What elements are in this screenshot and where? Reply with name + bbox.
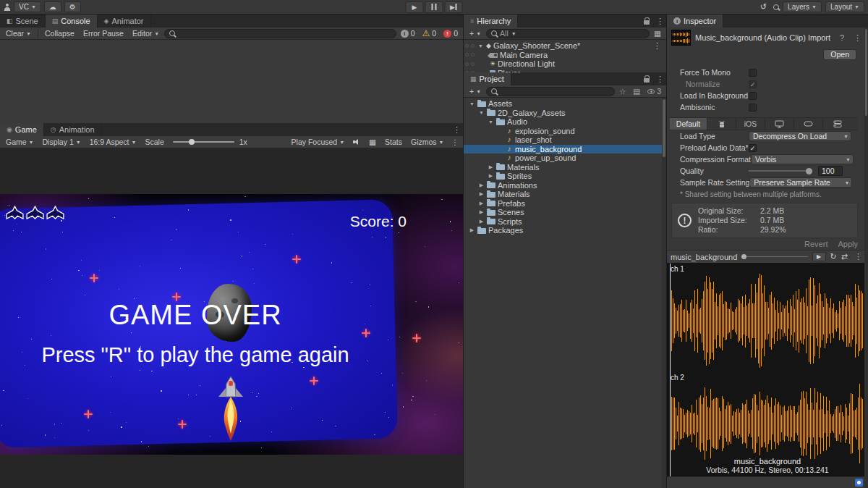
hidden-count-toggle[interactable]: 3 (644, 87, 664, 96)
tab-project[interactable]: ▦Project (464, 72, 511, 85)
favorites-icon[interactable]: ☆ (616, 87, 629, 96)
error-count-toggle[interactable]: !0 (441, 29, 461, 38)
project-item-sprites[interactable]: ▶Sprites (464, 172, 666, 181)
lock-icon[interactable] (639, 72, 654, 85)
project-item-scenes[interactable]: ▶Scenes (464, 208, 666, 217)
add-object-button[interactable]: +▼ (466, 28, 485, 39)
kebab-menu-icon[interactable]: ⋮ (852, 252, 864, 261)
tab-game[interactable]: ◉Game (0, 123, 44, 136)
display-dropdown[interactable]: Display 1▼ (39, 137, 85, 148)
project-search-input[interactable] (486, 87, 615, 96)
revert-button[interactable]: Revert (804, 240, 827, 248)
platform-tab-android[interactable] (707, 118, 736, 130)
project-item-power-up-sound[interactable]: ♪power_up_sound (464, 153, 666, 163)
aspect-dropdown[interactable]: 16:9 Aspect▼ (86, 137, 140, 148)
info-count-toggle[interactable]: i0 (398, 29, 418, 38)
clear-button[interactable]: Clear▼ (2, 28, 35, 39)
load-type-dropdown[interactable]: Decompress On Load▼ (749, 131, 851, 141)
project-item-audio[interactable]: ▼Audio (464, 117, 666, 127)
expand-arrow[interactable]: ▶ (478, 219, 485, 224)
project-item-materials[interactable]: ▶Materials (464, 163, 666, 172)
platform-tab-server[interactable] (823, 118, 852, 130)
scale-slider-handle[interactable] (189, 139, 195, 145)
gizmos-dropdown[interactable]: Gizmos▼ (407, 137, 448, 148)
compression-format-dropdown[interactable]: Vorbis▼ (751, 154, 854, 164)
auto-play-icon[interactable]: ⇄ (841, 253, 848, 261)
kebab-menu-icon[interactable]: ⋮ (651, 41, 663, 51)
project-item-assets[interactable]: ▼Assets (464, 99, 666, 109)
account-icon[interactable] (4, 4, 11, 11)
warning-count-toggle[interactable]: ⚠0 (420, 29, 440, 38)
project-item-2d-galaxy-assets[interactable]: ▼2D_Galaxy_Assets (464, 109, 666, 118)
add-asset-button[interactable]: +▼ (466, 86, 485, 97)
inspector-scrollbar[interactable] (864, 28, 868, 488)
expand-arrow[interactable]: ▼ (469, 101, 475, 106)
quality-slider-handle[interactable] (806, 168, 812, 174)
visibility-toggles[interactable] (464, 44, 475, 48)
undo-history-button[interactable]: ↺ (757, 1, 770, 12)
stats-button[interactable]: Stats (381, 137, 406, 148)
platform-tab-ios[interactable]: iOS (736, 118, 765, 130)
expand-arrow[interactable]: ▶ (488, 164, 494, 170)
lock-icon[interactable] (639, 14, 654, 28)
project-item-laser-shot[interactable]: ♪laser_shot (464, 135, 666, 145)
expand-arrow[interactable]: ▶ (478, 182, 485, 188)
project-item-explosion-sound[interactable]: ♪explosion_sound (464, 127, 666, 136)
expand-arrow[interactable]: ▼ (488, 119, 494, 125)
apply-button[interactable]: Apply (838, 240, 858, 248)
expand-arrow[interactable]: ▼ (478, 110, 485, 115)
hierarchy-item-galaxy-shooter-scene[interactable]: ▼◆Galaxy_Shooter_Scene*⋮ (464, 41, 666, 51)
project-item-prefabs[interactable]: ▶Prefabs (464, 199, 666, 209)
project-item-materials[interactable]: ▶Materials (464, 190, 666, 199)
game-viewport[interactable]: Score: 0 GAME OVER Press "R" to play the… (0, 194, 463, 455)
hierarchy-item-directional-light[interactable]: ☀Directional Light (464, 59, 666, 69)
platform-tab-desktop[interactable] (765, 118, 794, 130)
project-item-scripts[interactable]: ▶Scripts (464, 217, 666, 227)
vsync-grid-button[interactable]: ▦ (365, 137, 380, 148)
project-item-packages[interactable]: ▶Packages (464, 226, 666, 235)
layout-dropdown[interactable]: Layout▼ (825, 1, 864, 12)
expand-arrow[interactable]: ▶ (478, 209, 485, 215)
expand-arrow[interactable]: ▶ (478, 191, 485, 197)
open-button[interactable]: Open (823, 49, 856, 60)
pause-button[interactable] (425, 1, 443, 13)
visibility-toggles[interactable] (464, 53, 475, 56)
kebab-menu-icon[interactable]: ⋮ (654, 14, 666, 28)
cloud-button[interactable]: ☁ (44, 1, 61, 12)
console-search-input[interactable] (164, 29, 396, 38)
services-button[interactable]: ⚙ (64, 1, 81, 12)
sample-rate-dropdown[interactable]: Preserve Sample Rate▼ (749, 177, 852, 188)
tab-animator[interactable]: ◈Animator (98, 14, 151, 28)
asset-store-icon[interactable]: ▤ (630, 87, 643, 96)
force-to-mono-checkbox[interactable] (749, 69, 757, 77)
kebab-menu-icon[interactable]: ⋮ (851, 33, 864, 43)
mute-audio-button[interactable] (349, 137, 364, 148)
collapse-button[interactable]: Collapse (41, 28, 78, 39)
notification-icon[interactable] (855, 479, 863, 487)
expand-arrow[interactable]: ▶ (469, 227, 475, 233)
waveform-preview[interactable]: ch 1 ch 2 music_background Vorbis, 44100… (667, 264, 868, 476)
project-item-animations[interactable]: ▶Animations (464, 181, 666, 190)
kebab-menu-icon[interactable]: ⋮ (451, 123, 463, 136)
hierarchy-search-input[interactable]: All ▼ (486, 29, 650, 38)
scale-slider[interactable] (173, 141, 234, 143)
step-button[interactable]: ▶ (445, 1, 463, 13)
expand-arrow[interactable]: ▶ (478, 201, 485, 206)
platform-tab-webgl[interactable] (794, 118, 823, 130)
loop-icon[interactable]: ↻ (830, 253, 837, 261)
normalize-checkbox[interactable] (749, 80, 757, 88)
visibility-toggles[interactable] (464, 62, 475, 66)
project-item-music-background[interactable]: ♪music_background (464, 145, 666, 154)
play-focused-dropdown[interactable]: Play Focused▼ (288, 137, 349, 148)
game-view-menu[interactable]: Game▼ (2, 137, 38, 148)
load-in-background-checkbox[interactable] (749, 92, 757, 100)
kebab-menu-icon[interactable]: ⋮ (449, 138, 461, 146)
hierarchy-item-main-camera[interactable]: Main Camera (464, 51, 666, 60)
scene-visibility-icon[interactable]: ▦ (651, 29, 664, 38)
kebab-menu-icon[interactable]: ⋮ (654, 72, 666, 85)
project-scrollbar[interactable] (662, 98, 666, 488)
ambisonic-checkbox[interactable] (749, 104, 757, 112)
layers-dropdown[interactable]: Layers▼ (783, 1, 822, 12)
preview-play-button[interactable]: ▶ (812, 252, 826, 261)
error-pause-button[interactable]: Error Pause (80, 28, 127, 39)
